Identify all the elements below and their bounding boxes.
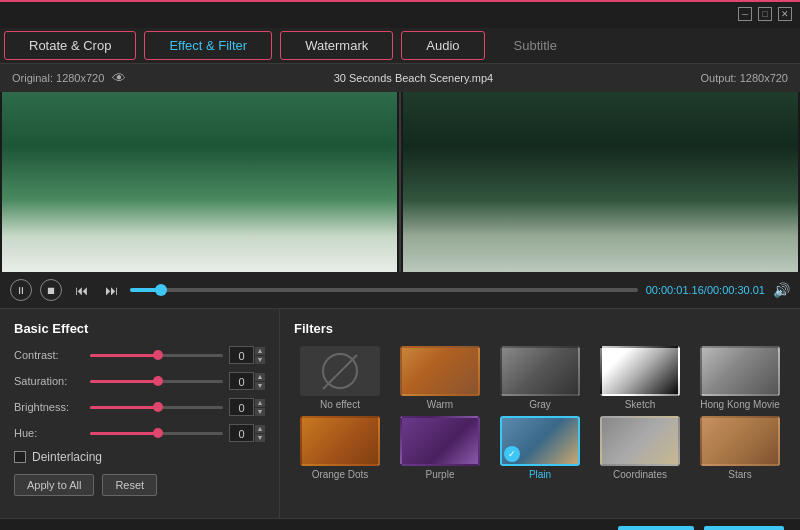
eye-icon[interactable]: 👁 [112, 70, 126, 86]
filter-stars-label: Stars [728, 469, 751, 480]
filters-title: Filters [294, 321, 786, 336]
brightness-slider[interactable] [90, 406, 223, 409]
progress-thumb[interactable] [155, 284, 167, 296]
brightness-row: Brightness: 0 ▲ ▼ [14, 398, 265, 416]
filter-hkm-label: Hong Kong Movie [700, 399, 780, 410]
deinterlacing-checkbox[interactable] [14, 451, 26, 463]
reset-button[interactable]: Reset [102, 474, 157, 496]
filter-stars[interactable]: Stars [694, 416, 786, 480]
pause-button[interactable]: ⏸ [10, 279, 32, 301]
filter-gray[interactable]: Gray [494, 346, 586, 410]
deinterlace-row: Deinterlacing [14, 450, 265, 464]
prev-frame-button[interactable]: ⏮ [70, 279, 92, 301]
contrast-row: Contrast: 0 ▲ ▼ [14, 346, 265, 364]
action-buttons: Apply to All Reset [14, 474, 265, 496]
hue-down[interactable]: ▼ [255, 434, 265, 442]
contrast-label: Contrast: [14, 349, 84, 361]
brightness-value[interactable]: 0 [229, 398, 254, 416]
tab-watermark[interactable]: Watermark [280, 31, 393, 60]
filter-orange-dots-label: Orange Dots [312, 469, 369, 480]
playback-bar: ⏸ ⏹ ⏮ ⏭ 00:00:01.16/00:00:30.01 🔊 [0, 272, 800, 308]
filter-warm[interactable]: Warm [394, 346, 486, 410]
filter-no-effect[interactable]: No effect [294, 346, 386, 410]
selected-check-icon: ✓ [504, 446, 520, 462]
filter-no-effect-label: No effect [320, 399, 360, 410]
filter-coordinates-label: Coordinates [613, 469, 667, 480]
hue-value[interactable]: 0 [229, 424, 254, 442]
filter-plain-label: Plain [529, 469, 551, 480]
ok-button[interactable]: OK [618, 526, 694, 530]
deinterlacing-label: Deinterlacing [32, 450, 102, 464]
filter-orange-dots[interactable]: Orange Dots [294, 416, 386, 480]
progress-track[interactable] [130, 288, 638, 292]
next-frame-button[interactable]: ⏭ [100, 279, 122, 301]
tab-subtitle[interactable]: Subtitle [489, 28, 582, 63]
effect-panel: Basic Effect Contrast: 0 ▲ ▼ Saturation: [0, 309, 280, 518]
original-resolution: Original: 1280x720 [12, 72, 104, 84]
original-preview [2, 92, 397, 272]
time-display: 00:00:01.16/00:00:30.01 [646, 284, 765, 296]
saturation-row: Saturation: 0 ▲ ▼ [14, 372, 265, 390]
minimize-button[interactable]: ─ [738, 7, 752, 21]
filter-coordinates[interactable]: Coordinates [594, 416, 686, 480]
filter-gray-label: Gray [529, 399, 551, 410]
saturation-down[interactable]: ▼ [255, 382, 265, 390]
apply-to-all-button[interactable]: Apply to All [14, 474, 94, 496]
tab-rotate-crop[interactable]: Rotate & Crop [4, 31, 136, 60]
filter-plain[interactable]: ✓ Plain [494, 416, 586, 480]
hue-up[interactable]: ▲ [255, 425, 265, 433]
effect-title: Basic Effect [14, 321, 265, 336]
maximize-button[interactable]: □ [758, 7, 772, 21]
contrast-up[interactable]: ▲ [255, 347, 265, 355]
hue-row: Hue: 0 ▲ ▼ [14, 424, 265, 442]
saturation-label: Saturation: [14, 375, 84, 387]
filter-purple[interactable]: Purple [394, 416, 486, 480]
brightness-up[interactable]: ▲ [255, 399, 265, 407]
bottom-panel: Basic Effect Contrast: 0 ▲ ▼ Saturation: [0, 308, 800, 518]
filter-purple-label: Purple [426, 469, 455, 480]
bottom-action-bar: OK Cancel [0, 518, 800, 530]
contrast-slider[interactable] [90, 354, 223, 357]
preview-area [0, 92, 800, 272]
title-bar: ─ □ ✕ [0, 0, 800, 28]
brightness-label: Brightness: [14, 401, 84, 413]
filters-panel: Filters No effect Warm Gray [280, 309, 800, 518]
saturation-slider[interactable] [90, 380, 223, 383]
info-bar: Original: 1280x720 👁 30 Seconds Beach Sc… [0, 64, 800, 92]
saturation-up[interactable]: ▲ [255, 373, 265, 381]
output-preview [403, 92, 798, 272]
output-resolution: Output: 1280x720 [701, 72, 788, 84]
hue-label: Hue: [14, 427, 84, 439]
filter-sketch-label: Sketch [625, 399, 656, 410]
stop-button[interactable]: ⏹ [40, 279, 62, 301]
filter-warm-label: Warm [427, 399, 453, 410]
filters-grid: No effect Warm Gray Sketch Hong Kong Mov… [294, 346, 786, 480]
filename: 30 Seconds Beach Scenery.mp4 [334, 72, 493, 84]
hue-slider[interactable] [90, 432, 223, 435]
cancel-button[interactable]: Cancel [704, 526, 784, 530]
saturation-value[interactable]: 0 [229, 372, 254, 390]
brightness-down[interactable]: ▼ [255, 408, 265, 416]
contrast-down[interactable]: ▼ [255, 356, 265, 364]
tab-audio[interactable]: Audio [401, 31, 484, 60]
contrast-value[interactable]: 0 [229, 346, 254, 364]
tab-bar: Rotate & Crop Effect & Filter Watermark … [0, 28, 800, 64]
filter-hkm[interactable]: Hong Kong Movie [694, 346, 786, 410]
tab-effect-filter[interactable]: Effect & Filter [144, 31, 272, 60]
close-button[interactable]: ✕ [778, 7, 792, 21]
filter-sketch[interactable]: Sketch [594, 346, 686, 410]
volume-icon[interactable]: 🔊 [773, 282, 790, 298]
